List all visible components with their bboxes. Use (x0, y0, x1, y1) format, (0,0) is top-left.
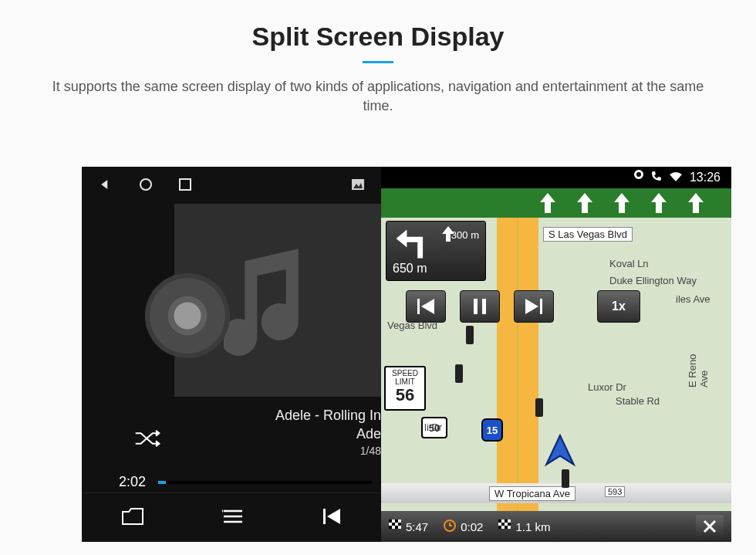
svg-marker-13 (651, 193, 667, 213)
lane-arrow-icon (651, 193, 667, 213)
svg-rect-26 (395, 519, 398, 523)
next-turn-distance: 300 m (451, 229, 479, 241)
map-controls: 1x (406, 290, 640, 323)
svg-marker-18 (421, 299, 434, 314)
svg-marker-10 (540, 193, 555, 213)
svg-rect-22 (540, 299, 542, 314)
navigation-pane: 13:26 300 m 650 m (381, 167, 731, 542)
svg-rect-33 (498, 519, 501, 523)
location-icon (634, 170, 643, 185)
track-artist: Ade (174, 425, 381, 443)
elapsed-time: 2:02 (119, 474, 146, 490)
svg-rect-27 (392, 523, 395, 526)
speed-limit-value: 56 (386, 386, 424, 404)
svg-rect-17 (417, 299, 420, 314)
duration-value: 0:02 (461, 520, 483, 533)
list-icon[interactable] (222, 509, 244, 527)
vehicle-cursor-icon (543, 434, 577, 471)
svg-rect-8 (323, 509, 326, 524)
svg-rect-37 (498, 526, 501, 529)
current-road-label: W Tropicana Ave (489, 486, 575, 501)
map-previous-button[interactable] (406, 290, 446, 323)
back-icon[interactable] (99, 178, 113, 195)
svg-rect-25 (389, 519, 392, 523)
close-icon (703, 519, 717, 533)
folder-icon[interactable] (121, 507, 144, 529)
remaining-segment: 1.1 km (498, 519, 550, 534)
player-bottom-bar (82, 492, 381, 542)
progress-bar[interactable] (158, 481, 372, 484)
route-highlight (497, 218, 538, 511)
svg-rect-35 (501, 523, 505, 526)
svg-marker-12 (614, 193, 629, 213)
street-label: Vegas Blvd (387, 320, 437, 331)
traffic-light-icon (535, 398, 543, 417)
cd-disc (145, 273, 230, 358)
wifi-icon (670, 171, 682, 184)
speed-limit-sign: SPEED LIMIT 56 (384, 366, 426, 411)
track-count: 1/48 (174, 444, 381, 459)
home-icon[interactable] (139, 178, 153, 195)
lane-arrow-icon (614, 193, 629, 213)
svg-rect-36 (508, 523, 511, 526)
status-time: 13:26 (690, 171, 721, 184)
picture-icon[interactable] (352, 179, 364, 193)
svg-rect-28 (398, 523, 401, 526)
street-label: E Reno Ave (687, 343, 710, 387)
svg-marker-23 (546, 435, 573, 464)
close-button[interactable] (696, 515, 724, 538)
turn-instruction: 300 m 650 m (386, 221, 486, 281)
street-label: iles Ave (676, 293, 710, 305)
svg-rect-34 (505, 519, 508, 523)
speed-limit-label: SPEED LIMIT (392, 369, 418, 386)
nav-bottom-bar: 5:47 0:02 1.1 km (381, 511, 731, 542)
traffic-light-icon (455, 364, 463, 383)
svg-marker-21 (525, 299, 538, 314)
progress-row: 2:02 (119, 474, 372, 490)
clock-icon (444, 519, 456, 534)
music-player-pane: Adele - Rolling In Ade 1/48 2:02 (82, 167, 381, 542)
svg-marker-11 (577, 193, 592, 213)
playback-speed-button[interactable]: 1x (597, 290, 640, 323)
eta-value: 5:47 (406, 520, 428, 533)
traffic-light-icon (562, 469, 569, 488)
interstate-sign: 15 (481, 418, 503, 442)
turn-left-icon (393, 226, 428, 262)
svg-rect-1 (180, 179, 191, 190)
svg-rect-20 (482, 299, 486, 314)
street-label: Luxor Dr (588, 381, 626, 393)
svg-rect-19 (474, 299, 478, 314)
total-turn-distance: 650 m (393, 262, 427, 276)
svg-marker-14 (688, 193, 704, 213)
page-subtitle: It supports the same screen display of t… (39, 77, 717, 116)
page-title: Split Screen Display (0, 22, 756, 52)
android-navbar (82, 167, 381, 205)
svg-marker-9 (327, 509, 340, 524)
status-bar: 13:26 (381, 167, 731, 188)
duration-segment: 0:02 (444, 519, 483, 534)
device-frame: Adele - Rolling In Ade 1/48 2:02 (82, 167, 731, 542)
street-label: li Dr (424, 421, 442, 433)
track-title: Adele - Rolling In (174, 406, 381, 425)
remaining-value: 1.1 km (515, 520, 550, 533)
street-label: S Las Vegas Blvd (543, 227, 633, 242)
flag-icon (389, 519, 401, 534)
svg-rect-29 (389, 526, 392, 529)
traffic-light-icon (466, 326, 474, 344)
map-pause-button[interactable] (460, 290, 500, 323)
map-next-button[interactable] (514, 290, 554, 323)
flag-icon (498, 519, 511, 534)
svg-rect-38 (505, 526, 508, 529)
lane-arrow-icon (688, 193, 704, 213)
previous-icon[interactable] (322, 507, 342, 529)
recent-icon[interactable] (179, 178, 191, 194)
music-note-icon (224, 239, 332, 362)
shuffle-icon[interactable] (134, 429, 160, 451)
title-underline (363, 61, 393, 63)
lane-guidance (381, 188, 731, 218)
lane-arrow-icon (540, 193, 555, 213)
svg-point-0 (140, 179, 151, 190)
street-label: Stable Rd (616, 395, 660, 407)
phone-icon (651, 171, 662, 184)
street-label: Duke Ellington Way (609, 275, 697, 286)
